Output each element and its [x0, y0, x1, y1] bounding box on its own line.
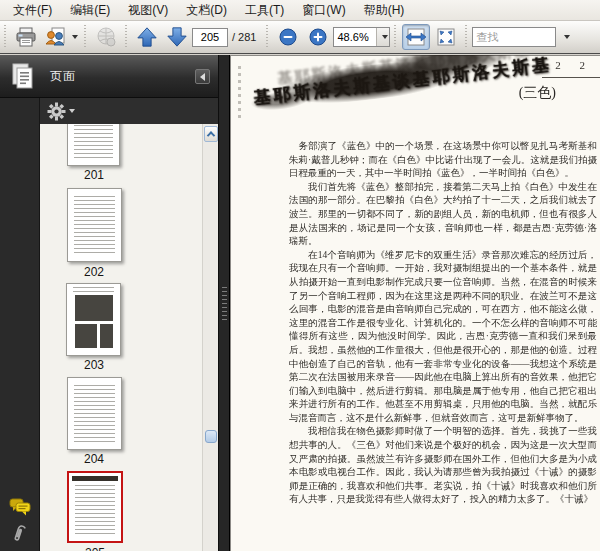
page-total-label: / 281	[232, 31, 256, 43]
attachments-panel-button[interactable]	[7, 523, 33, 547]
thumbnail-label: 204	[59, 452, 129, 466]
thumbnail-label: 201	[59, 168, 129, 182]
menu-file[interactable]: 文件(F)	[4, 0, 61, 21]
zoom-level-combo[interactable]	[333, 27, 390, 47]
collaborate-people-icon	[43, 27, 69, 47]
thumbnail-page-202[interactable]	[67, 188, 122, 262]
fit-page-icon	[435, 27, 457, 47]
thumbnail-text-lines	[74, 385, 115, 442]
navigation-strip	[0, 98, 40, 551]
arrow-up-icon	[136, 26, 158, 48]
menu-help[interactable]: 帮助(H)	[355, 0, 414, 21]
find-options-button[interactable]	[557, 27, 573, 47]
menu-tools[interactable]: 工具(T)	[236, 0, 293, 21]
scrollbar-thumb[interactable]	[205, 430, 217, 443]
previous-page-button[interactable]	[133, 24, 161, 50]
page-corner-number: 2 2	[555, 59, 593, 71]
thumbnail-page-204[interactable]	[67, 377, 122, 450]
document-body-text: 务部演了《蓝色》中的一个场景，在这场景中你可以瞥见扎马考斯基和朱莉·戴普儿秒钟；…	[289, 140, 597, 548]
thumbnail-label: 203	[59, 358, 129, 372]
thumbnail-text-lines	[73, 287, 114, 293]
menu-window[interactable]: 窗口(W)	[293, 0, 354, 21]
paragraph: 我相信我在物色摄影师时做了一个明智的选择。首先，我挑了一些我想共事的人。《三色》…	[289, 425, 597, 507]
panel-splitter[interactable]	[218, 55, 230, 551]
chevron-left-icon	[200, 73, 205, 81]
chevron-down-icon	[69, 109, 75, 113]
paperclip-icon	[10, 524, 30, 546]
upload-document-button	[92, 24, 120, 50]
zoom-out-button[interactable]	[274, 24, 302, 50]
document-page: 基耶斯洛夫斯基谈基耶斯洛夫斯基 基耶斯洛夫斯基谈基耶斯洛夫斯基 2 2 (三色)…	[231, 56, 600, 551]
pages-options-button[interactable]	[44, 100, 78, 123]
thumbnail-page-205[interactable]	[67, 471, 123, 543]
chevron-down-icon	[564, 35, 570, 39]
fit-width-icon	[405, 27, 427, 47]
arrow-down-icon	[166, 26, 188, 48]
zoom-in-icon	[309, 28, 327, 46]
toolbar-grip	[2, 25, 9, 49]
menu-edit[interactable]: 编辑(E)	[61, 0, 119, 21]
menu-document[interactable]: 文档(D)	[177, 0, 236, 21]
pages-panel-icon	[10, 62, 36, 90]
zoom-level-input[interactable]	[334, 29, 376, 45]
thumbnail-label: 202	[59, 265, 129, 279]
thumbnail-text-lines	[74, 124, 113, 159]
collaborate-dropdown-arrow[interactable]	[72, 35, 78, 39]
document-view: 基耶斯洛夫斯基谈基耶斯洛夫斯基 基耶斯洛夫斯基谈基耶斯洛夫斯基 2 2 (三色)…	[230, 55, 600, 551]
scroll-up-button[interactable]	[204, 126, 218, 142]
pages-panel-header: 页面	[0, 55, 218, 98]
chevron-down-icon	[382, 35, 388, 39]
pages-options-row	[40, 98, 218, 124]
thumbnail-text-lines	[74, 196, 115, 254]
page-number-input[interactable]	[192, 28, 228, 47]
find-input[interactable]	[473, 29, 555, 45]
globe-document-icon	[94, 26, 118, 48]
paragraph: 我们首先将《蓝色》整部拍完，接着第二天马上拍《白色》中发生在法国的那一部分。在巴…	[289, 181, 597, 249]
toolbar-separator	[463, 25, 470, 49]
next-page-button[interactable]	[163, 24, 191, 50]
collapse-panel-button[interactable]	[195, 69, 210, 84]
toolbar-separator	[392, 25, 399, 49]
toolbar-separator	[82, 25, 89, 49]
toolbar-separator	[123, 25, 130, 49]
menu-bar: 文件(F) 编辑(E) 视图(V) 文档(D) 工具(T) 窗口(W) 帮助(H…	[0, 0, 600, 21]
collaborate-button[interactable]	[42, 24, 79, 50]
thumbnail-text-lines	[75, 485, 115, 536]
chapter-subtitle: (三色)	[519, 84, 556, 102]
print-button[interactable]	[12, 24, 40, 50]
thumbnails-scrollbar[interactable]	[202, 124, 218, 551]
thumbnail-page-201[interactable]	[67, 124, 120, 166]
fit-page-button[interactable]	[432, 24, 460, 50]
thumbnail-photo	[100, 324, 113, 348]
thumbnail-photo	[75, 295, 113, 321]
thumbnail-page-203[interactable]	[66, 283, 121, 356]
toolbar-separator	[264, 25, 271, 49]
zoom-out-icon	[279, 28, 297, 46]
comments-panel-button[interactable]	[7, 495, 33, 519]
zoom-dropdown-button[interactable]	[376, 28, 389, 46]
printer-icon	[15, 27, 37, 47]
main-toolbar: / 281	[0, 21, 600, 54]
pages-panel-title: 页面	[50, 68, 76, 85]
zoom-in-button[interactable]	[304, 24, 332, 50]
comments-icon	[8, 497, 32, 517]
find-combo[interactable]	[472, 27, 556, 47]
gear-icon	[47, 102, 66, 121]
splitter-grip	[222, 287, 227, 321]
menu-view[interactable]: 视图(V)	[119, 0, 177, 21]
paragraph: 务部演了《蓝色》中的一个场景，在这场景中你可以瞥见扎马考斯基和朱莉·戴普儿秒钟；…	[289, 140, 597, 181]
paragraph: 在14个音响师为《维罗尼卡的双重生活》录音那次难忘的经历过后，我现在只有一个音响…	[289, 249, 597, 426]
fit-width-button[interactable]	[402, 24, 430, 50]
header-rule	[542, 77, 600, 78]
chevron-up-icon	[207, 131, 215, 139]
thumbnail-label: 205	[60, 546, 130, 551]
thumbnail-title-band	[72, 476, 118, 481]
page-thumbnails-panel: 201 202 203 204 205	[40, 124, 218, 551]
thumbnail-photo	[75, 324, 97, 348]
